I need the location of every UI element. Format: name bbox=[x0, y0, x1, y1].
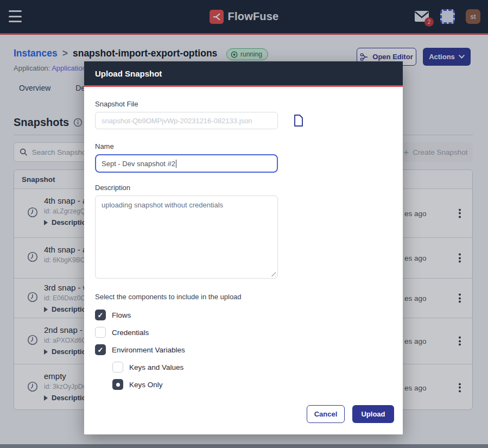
checkbox-flows[interactable]: ✓ Flows bbox=[95, 310, 392, 320]
checkbox-unchecked-icon bbox=[112, 362, 123, 373]
checkbox-checked-icon: ✓ bbox=[95, 344, 106, 355]
name-label: Name bbox=[95, 142, 392, 150]
modal-body: Snapshot File snapshot-Qb9OMPjvWp-202312… bbox=[84, 87, 403, 433]
snapshot-file-input[interactable]: snapshot-Qb9OMPjvWp-20231216-082133.json bbox=[95, 112, 278, 129]
checkbox-credentials[interactable]: Credentials bbox=[95, 327, 392, 338]
modal-header: Upload Snapshot bbox=[84, 61, 403, 87]
document-icon bbox=[293, 114, 305, 127]
modal-footer: Cancel Upload bbox=[84, 405, 403, 423]
app-screen: FlowFuse 2 st Instances > snapshot-impor… bbox=[0, 0, 488, 448]
cancel-button[interactable]: Cancel bbox=[307, 405, 345, 423]
checkbox-keys-and-values[interactable]: Keys and Values bbox=[112, 362, 392, 373]
text-caret bbox=[176, 160, 176, 168]
components-label: Select the components to include in the … bbox=[95, 293, 392, 301]
snapshot-file-label: Snapshot File bbox=[95, 100, 392, 108]
checkbox-environment-variables[interactable]: ✓ Environment Variables bbox=[95, 344, 392, 355]
checkbox-dot-icon bbox=[112, 379, 123, 390]
checkbox-checked-icon: ✓ bbox=[95, 310, 106, 320]
checkbox-keys-only[interactable]: Keys Only bbox=[112, 379, 392, 390]
choose-file-button[interactable] bbox=[293, 114, 305, 127]
upload-button[interactable]: Upload bbox=[352, 405, 394, 423]
modal-title: Upload Snapshot bbox=[95, 69, 162, 78]
description-label: Description bbox=[95, 184, 392, 192]
name-input[interactable]: Sept - Dev snapshot #2 bbox=[95, 154, 278, 173]
description-textarea[interactable]: uploading snapshot without credentials bbox=[95, 195, 278, 279]
upload-snapshot-modal: Upload Snapshot Snapshot File snapshot-Q… bbox=[84, 61, 403, 434]
checkbox-unchecked-icon bbox=[95, 327, 106, 338]
